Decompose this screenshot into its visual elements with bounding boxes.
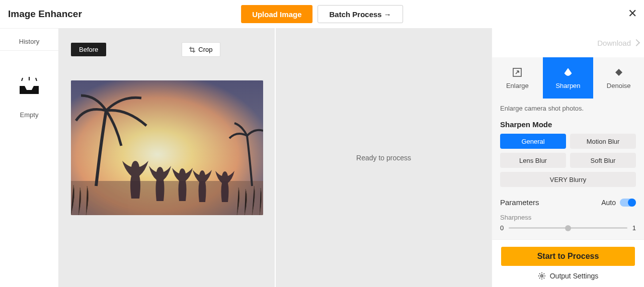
batch-process-button[interactable]: Batch Process →: [317, 5, 403, 23]
crop-label: Crop: [198, 46, 212, 53]
download-label: Download: [597, 39, 631, 47]
sharpness-label: Sharpness: [492, 210, 644, 221]
auto-label: Auto: [601, 199, 616, 207]
sharpen-mode-grid: General Motion Blur Lens Blur Soft Blur …: [492, 134, 644, 187]
before-pane: Before Crop: [59, 28, 275, 287]
beach-photo: [71, 80, 263, 215]
history-sidebar: History Empty: [0, 28, 58, 287]
main-area: History Empty Before Crop: [0, 28, 644, 287]
toggle-knob: [628, 199, 636, 207]
before-image[interactable]: [71, 80, 263, 215]
mode-tabs: Enlarge Sharpen Denoise: [492, 57, 644, 99]
sharpness-min: 0: [500, 224, 504, 232]
mode-general[interactable]: General: [500, 134, 566, 149]
upload-image-button[interactable]: Upload Image: [241, 5, 312, 23]
chevron-right-icon: [633, 39, 640, 46]
empty-state: Empty: [19, 76, 40, 119]
tab-sharpen-label: Sharpen: [555, 82, 580, 89]
auto-toggle[interactable]: [620, 199, 636, 207]
before-badge: Before: [71, 43, 106, 56]
workspace: Before Crop: [58, 28, 492, 287]
parameters-title: Parameters: [500, 198, 539, 207]
tab-denoise-label: Denoise: [607, 82, 631, 89]
svg-rect-5: [71, 181, 263, 215]
svg-line-0: [22, 78, 23, 81]
sharpness-max: 1: [632, 224, 636, 232]
mode-motion-blur[interactable]: Motion Blur: [570, 134, 636, 149]
mode-description: Enlarge camera shot photos.: [492, 99, 644, 117]
app-title: Image Enhancer: [8, 9, 82, 20]
gear-icon: [538, 272, 546, 280]
mode-soft-blur[interactable]: Soft Blur: [570, 153, 636, 168]
sharpness-slider[interactable]: [509, 227, 627, 229]
top-bar: Image Enhancer Upload Image Batch Proces…: [0, 0, 644, 28]
crop-icon: [189, 47, 195, 53]
sharpen-icon: [562, 67, 574, 78]
slider-thumb: [565, 225, 571, 231]
crop-button[interactable]: Crop: [182, 42, 220, 57]
output-settings-button[interactable]: Output Settings: [501, 272, 635, 282]
parameters-row: Parameters Auto: [492, 187, 644, 210]
settings-body: Enlarge Sharpen Denoise Enlarge camera s…: [492, 57, 644, 239]
tab-enlarge-label: Enlarge: [506, 82, 529, 89]
close-icon[interactable]: ✕: [628, 7, 637, 20]
svg-point-7: [541, 275, 543, 277]
sharpness-slider-row: 0 1: [492, 221, 644, 239]
before-pane-header: Before Crop: [71, 42, 220, 57]
output-settings-label: Output Settings: [550, 272, 599, 280]
svg-line-2: [36, 78, 37, 81]
mode-very-blurry[interactable]: VERY Blurry: [500, 172, 636, 187]
tab-sharpen[interactable]: Sharpen: [543, 57, 594, 99]
denoise-icon: [613, 67, 624, 78]
auto-block: Auto: [601, 199, 636, 207]
inbox-icon: [19, 76, 40, 96]
sharpen-mode-title: Sharpen Mode: [492, 117, 644, 134]
enlarge-icon: [512, 67, 523, 78]
ready-label: Ready to process: [356, 154, 411, 162]
start-process-button[interactable]: Start to Process: [501, 247, 635, 266]
download-button[interactable]: Download: [492, 28, 644, 57]
divider: [0, 50, 58, 51]
settings-panel: Download Enlarge Sharpen Denoise Enlarge…: [492, 28, 644, 287]
mode-lens-blur[interactable]: Lens Blur: [500, 153, 566, 168]
tab-denoise[interactable]: Denoise: [593, 57, 644, 99]
history-label: History: [19, 38, 39, 45]
empty-label: Empty: [20, 111, 39, 119]
after-pane: Ready to process: [275, 28, 492, 287]
bottom-actions: Start to Process Output Settings: [492, 239, 644, 287]
tab-enlarge[interactable]: Enlarge: [492, 57, 543, 99]
top-buttons: Upload Image Batch Process →: [241, 5, 403, 23]
